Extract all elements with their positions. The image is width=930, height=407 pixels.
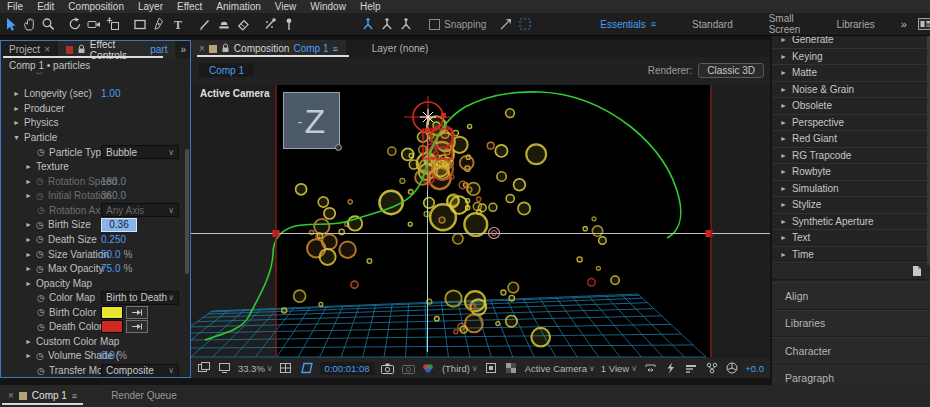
disclosure-icon[interactable]: ► — [780, 168, 787, 175]
disclosure-icon[interactable]: ► — [780, 119, 787, 126]
eraser-tool[interactable] — [233, 15, 252, 33]
disclosure-icon[interactable]: ► — [780, 53, 787, 60]
lock-icon[interactable] — [221, 43, 230, 55]
effect-category-simulation[interactable]: ►Simulation — [772, 181, 930, 198]
stopwatch-icon[interactable]: ◷ — [37, 147, 49, 157]
effect-category-obsolete[interactable]: ►Obsolete — [772, 98, 930, 115]
flowchart-icon[interactable] — [704, 359, 718, 377]
stopwatch-icon[interactable]: ◷ — [36, 351, 48, 361]
exposure-value[interactable]: +0.0 — [745, 363, 764, 374]
effect-category-generate[interactable]: ►Generate — [772, 35, 930, 49]
view-select[interactable]: Active Camera∨ — [525, 363, 595, 374]
dropdown-rotation-axis[interactable]: Any Axis∨ — [101, 203, 179, 217]
transparency-grid-icon[interactable] — [504, 359, 518, 377]
disclosure-icon[interactable]: ► — [780, 135, 787, 142]
magnification-select[interactable]: 33.3%∨ — [238, 363, 273, 374]
effect-category-rg-trapcode[interactable]: ►RG Trapcode — [772, 148, 930, 165]
close-icon[interactable]: × — [44, 44, 50, 55]
display-icon[interactable] — [217, 359, 231, 377]
effect-category-keying[interactable]: ►Keying — [772, 49, 930, 66]
property-value[interactable]: 75.0 % — [101, 263, 132, 274]
snapping-toggle[interactable]: Snapping — [429, 19, 486, 30]
scrollbar[interactable] — [185, 149, 189, 274]
menu-layer[interactable]: Layer — [131, 1, 170, 12]
disclosure-icon[interactable]: ► — [13, 119, 24, 126]
world-axis-tool[interactable] — [377, 15, 396, 33]
stopwatch-icon[interactable]: ◷ — [36, 264, 48, 274]
camera-tool[interactable] — [84, 15, 103, 33]
fast-preview-icon[interactable] — [663, 359, 677, 377]
disclosure-icon[interactable]: ► — [780, 36, 787, 43]
property-value[interactable]: 180.0 — [101, 176, 126, 187]
dropdown-color-map[interactable]: Birth to Death∨ — [101, 291, 179, 305]
effect-category-time[interactable]: ►Time — [772, 247, 930, 264]
mask-visibility-icon[interactable] — [299, 359, 313, 377]
panel-menu-icon[interactable]: ≡ — [332, 44, 337, 54]
workspace-small-screen[interactable]: Small Screen — [751, 13, 819, 35]
menu-edit[interactable]: Edit — [30, 1, 61, 12]
panel-overflow-chevron[interactable]: » — [175, 41, 190, 58]
roto-brush-tool[interactable] — [260, 15, 279, 33]
disclosure-icon[interactable]: ► — [25, 251, 36, 258]
disclosure-icon[interactable]: ► — [25, 221, 36, 228]
color-picker-icon[interactable] — [126, 320, 148, 333]
view-axis-tool[interactable] — [396, 15, 415, 33]
snapshot-icon[interactable] — [381, 359, 395, 377]
effect-category-synthetic-aperture[interactable]: ►Synthetic Aperture — [772, 214, 930, 231]
disclosure-icon[interactable]: ► — [780, 185, 787, 192]
panel-header-character[interactable]: Character — [772, 337, 930, 365]
disclosure-icon[interactable]: ▼ — [13, 134, 24, 141]
effect-category-noise-grain[interactable]: ►Noise & Grain — [772, 82, 930, 99]
disclosure-icon[interactable]: ► — [25, 352, 36, 359]
effect-category-text[interactable]: ►Text — [772, 230, 930, 247]
stopwatch-icon[interactable]: ◷ — [37, 205, 49, 215]
clone-stamp-tool[interactable] — [214, 15, 233, 33]
effect-category-red-giant[interactable]: ►Red Giant — [772, 131, 930, 148]
dropdown-particle-type[interactable]: Bubble∨ — [101, 145, 179, 159]
disclosure-icon[interactable]: ► — [780, 218, 787, 225]
property-value[interactable]: 50.0 % — [101, 249, 132, 260]
menu-effect[interactable]: Effect — [170, 1, 209, 12]
effect-category-rowbyte[interactable]: ►Rowbyte — [772, 164, 930, 181]
renderer-button[interactable]: Classic 3D — [698, 63, 764, 78]
property-value[interactable]: 0.0 % — [101, 350, 127, 361]
new-animation-preset-icon[interactable] — [912, 263, 922, 281]
disclosure-icon[interactable]: ► — [25, 236, 36, 243]
menu-help[interactable]: Help — [353, 1, 388, 12]
menu-composition[interactable]: Composition — [61, 1, 131, 12]
value-input-selected[interactable]: 0.36 — [101, 218, 137, 232]
close-icon[interactable]: × — [199, 43, 205, 54]
lock-icon[interactable] — [77, 44, 86, 56]
rectangle-tool[interactable] — [130, 15, 149, 33]
effect-category-perspective[interactable]: ►Perspective — [772, 115, 930, 132]
disclosure-icon[interactable]: ► — [780, 234, 787, 241]
disclosure-icon[interactable]: ► — [780, 86, 787, 93]
timecode[interactable]: 0:00:01:08 — [320, 362, 375, 375]
stopwatch-icon[interactable]: ◷ — [37, 366, 49, 376]
region-of-interest-icon[interactable] — [484, 359, 498, 377]
grid-guides-icon[interactable] — [279, 359, 293, 377]
effect-category-matte[interactable]: ►Matte — [772, 65, 930, 82]
hand-tool[interactable] — [19, 15, 38, 33]
panel-menu-icon[interactable]: ≡ — [72, 391, 77, 401]
pan-behind-tool[interactable] — [103, 15, 122, 33]
dropdown-transfer-mode[interactable]: Composite∨ — [101, 364, 179, 377]
effect-category-stylize[interactable]: ►Stylize — [772, 197, 930, 214]
color-swatch[interactable] — [101, 306, 123, 319]
comp-breadcrumb-button[interactable]: Comp 1 — [199, 63, 254, 77]
exposure-reset-icon[interactable] — [725, 359, 739, 377]
workspace-essentials[interactable]: Essentials≡ — [582, 19, 674, 30]
tab-layer[interactable]: Layer (none) — [364, 40, 437, 57]
menu-animation[interactable]: Animation — [209, 1, 267, 12]
disclosure-icon[interactable]: ► — [25, 163, 36, 170]
stopwatch-icon[interactable]: ◷ — [37, 322, 49, 332]
disclosure-icon[interactable]: ► — [13, 90, 24, 97]
stopwatch-icon[interactable]: ◷ — [36, 249, 48, 259]
close-icon[interactable]: × — [8, 390, 14, 401]
brush-tool[interactable] — [195, 15, 214, 33]
tab-render-queue[interactable]: Render Queue — [103, 385, 185, 403]
color-picker-icon[interactable] — [126, 306, 148, 319]
stopwatch-icon[interactable]: ◷ — [36, 220, 48, 230]
disclosure-icon[interactable]: ► — [780, 251, 787, 258]
rotation-tool[interactable] — [65, 15, 84, 33]
